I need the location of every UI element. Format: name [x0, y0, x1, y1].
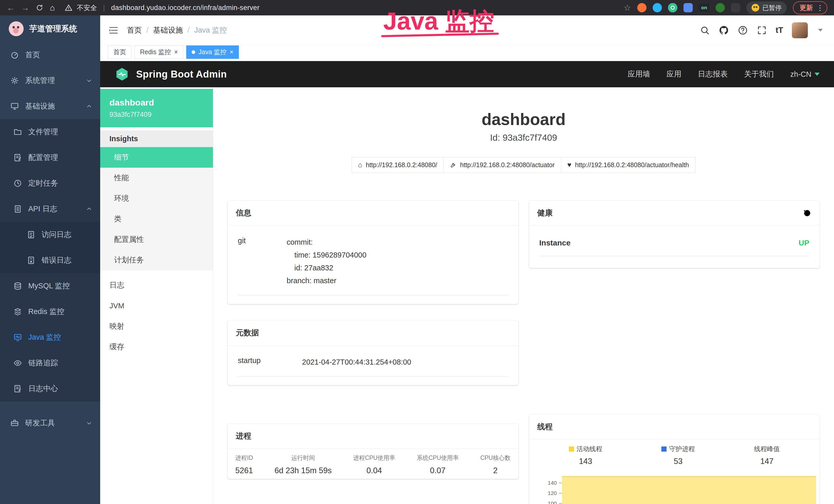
tab-redis-monitor[interactable]: Redis 监控 ×	[135, 45, 183, 59]
git-time-line: time: 1596289704000	[287, 249, 367, 261]
sidebar-collapse-icon[interactable]	[108, 25, 119, 36]
back-icon[interactable]: ←	[7, 4, 15, 12]
tab-home[interactable]: 首页	[108, 45, 132, 59]
sidebar-item-api-logs[interactable]: API 日志	[0, 196, 100, 222]
stat-label: 进程ID	[235, 454, 253, 462]
sidebar-item-error-logs[interactable]: 错误日志	[0, 248, 100, 273]
stat-cpu-cores: CPU核心数 2	[480, 454, 511, 475]
sba-sidebar: dashboard 93a3fc7f7409 Insights 细节 性能 环境…	[100, 87, 213, 504]
stat-value: 5261	[235, 466, 253, 475]
log-center-icon	[13, 384, 22, 393]
service-links: ⌂ http://192.168.0.2:48080/ http://192.1…	[227, 157, 820, 173]
admin-brand[interactable]: 芋道管理系统	[0, 16, 100, 42]
bookmark-star-icon[interactable]: ☆	[623, 4, 631, 12]
sidebar-item-file-management[interactable]: 文件管理	[0, 119, 100, 145]
sidebar-item-mysql-monitor[interactable]: MySQL 监控	[0, 273, 100, 299]
tab-label: Redis 监控	[140, 48, 171, 56]
chevron-down-icon	[86, 77, 92, 84]
sba-item-environment[interactable]: 环境	[100, 188, 213, 209]
refresh-icon[interactable]	[36, 4, 44, 12]
sba-item-caches[interactable]: 缓存	[100, 337, 213, 357]
stat-value: 2	[480, 466, 511, 475]
nav-applications-wall[interactable]: 应用墙	[628, 69, 650, 79]
sidebar-item-java-monitor[interactable]: Java 监控	[0, 324, 100, 350]
extension-icon[interactable]	[683, 3, 693, 12]
extension-icon[interactable]	[653, 3, 662, 12]
breadcrumb-item-home[interactable]: 首页	[127, 25, 142, 36]
sidebar-item-system-management[interactable]: 系统管理	[0, 68, 100, 93]
sba-selected-app[interactable]: dashboard 93a3fc7f7409	[100, 89, 213, 127]
sidebar-item-infrastructure[interactable]: 基础设施	[0, 93, 100, 119]
sidebar-item-tracing[interactable]: 链路追踪	[0, 350, 100, 376]
sba-item-jvm[interactable]: JVM	[100, 296, 213, 316]
forward-icon[interactable]: →	[21, 4, 29, 12]
sba-brand-title[interactable]: Spring Boot Admin	[136, 69, 227, 80]
sba-item-logs[interactable]: 日志	[100, 275, 213, 296]
avatar-caret-icon[interactable]	[818, 29, 823, 31]
paused-extension-badge[interactable]: 已暂停	[746, 2, 787, 14]
service-url: http://192.168.0.2:48080/	[366, 161, 437, 169]
stat-label: 进程CPU使用率	[353, 454, 395, 462]
fullscreen-icon[interactable]	[757, 25, 767, 36]
y-tick-label: 120	[548, 490, 556, 496]
browser-menu-icon[interactable]: ⋮	[816, 4, 824, 12]
sba-item-classes[interactable]: 类	[100, 209, 213, 229]
sba-item-config-props[interactable]: 配置属性	[100, 229, 213, 250]
close-icon[interactable]: ×	[229, 48, 234, 56]
y-tick-label: 140	[548, 480, 556, 486]
extension-icon[interactable]	[637, 3, 646, 12]
sidebar-item-home[interactable]: 首页	[0, 42, 100, 68]
locale-select[interactable]: zh-CN	[790, 70, 820, 78]
sba-item-mappings[interactable]: 映射	[100, 316, 213, 337]
close-icon[interactable]: ×	[174, 48, 178, 56]
sba-item-details[interactable]: 细节	[100, 147, 213, 168]
address-bar[interactable]: 不安全 | dashboard.yudao.iocoder.cn/infra/a…	[64, 3, 259, 12]
sidebar-item-access-logs[interactable]: 访问日志	[0, 222, 100, 248]
folder-icon	[13, 128, 22, 136]
sba-item-metrics[interactable]: 性能	[100, 168, 213, 188]
sidebar-item-scheduled-tasks[interactable]: 定时任务	[0, 170, 100, 196]
nav-applications[interactable]: 应用	[666, 69, 681, 79]
stat-value: 0.04	[353, 466, 395, 475]
legend-color-swatch	[661, 446, 666, 452]
sidebar-item-label: Java 监控	[28, 332, 61, 343]
threads-card-title: 线程	[537, 421, 553, 432]
extension-icon[interactable]	[668, 3, 677, 12]
toolbox-icon	[10, 419, 19, 428]
home-icon: ⌂	[358, 161, 362, 169]
help-icon[interactable]	[738, 25, 748, 36]
health-url-link[interactable]: ♥ http://192.168.0.2:48080/actuator/heal…	[561, 157, 695, 173]
stat-value: 0.07	[417, 466, 459, 475]
chevron-down-icon	[814, 73, 820, 76]
user-avatar[interactable]	[792, 22, 808, 38]
sidebar-item-label: MySQL 监控	[28, 281, 70, 291]
sidebar-item-redis-monitor[interactable]: Redis 监控	[0, 299, 100, 324]
sidebar-item-config-management[interactable]: 配置管理	[0, 145, 100, 170]
search-icon[interactable]	[700, 25, 710, 36]
tab-java-monitor[interactable]: Java 监控 ×	[186, 45, 239, 59]
service-url-link[interactable]: ⌂ http://192.168.0.2:48080/	[352, 157, 444, 173]
nav-about[interactable]: 关于我们	[744, 69, 774, 79]
browser-update-button[interactable]: 更新 ⋮	[793, 1, 827, 15]
sba-app-name: dashboard	[109, 97, 204, 108]
sba-section-insights[interactable]: Insights	[100, 131, 213, 147]
extension-on-badge[interactable]: on	[699, 4, 709, 12]
github-icon[interactable]	[719, 25, 729, 36]
security-label[interactable]: 不安全	[77, 3, 97, 12]
sidebar-item-dev-tools[interactable]: 研发工具	[0, 410, 100, 436]
nav-journal[interactable]: 日志报表	[698, 69, 728, 79]
history-icon[interactable]	[802, 208, 811, 218]
legend-value: 147	[754, 457, 780, 466]
sidebar-item-label: 基础设施	[25, 101, 55, 111]
stat-process-cpu: 进程CPU使用率 0.04	[353, 454, 395, 475]
sidebar-item-log-center[interactable]: 日志中心	[0, 376, 100, 402]
extension-icon[interactable]	[731, 3, 740, 12]
actuator-url-link[interactable]: http://192.168.0.2:48080/actuator	[443, 157, 561, 173]
extension-icon[interactable]	[716, 3, 725, 12]
home-icon[interactable]: ⌂	[50, 4, 55, 12]
health-instance-row: Instance UP	[540, 231, 810, 256]
font-size-icon[interactable]: tT	[776, 26, 783, 35]
breadcrumb-item-infrastructure[interactable]: 基础设施	[153, 25, 183, 36]
sba-item-scheduled-tasks[interactable]: 计划任务	[100, 250, 213, 270]
sba-main: dashboard Id: 93a3fc7f7409 ⌂ http://192.…	[213, 87, 834, 504]
